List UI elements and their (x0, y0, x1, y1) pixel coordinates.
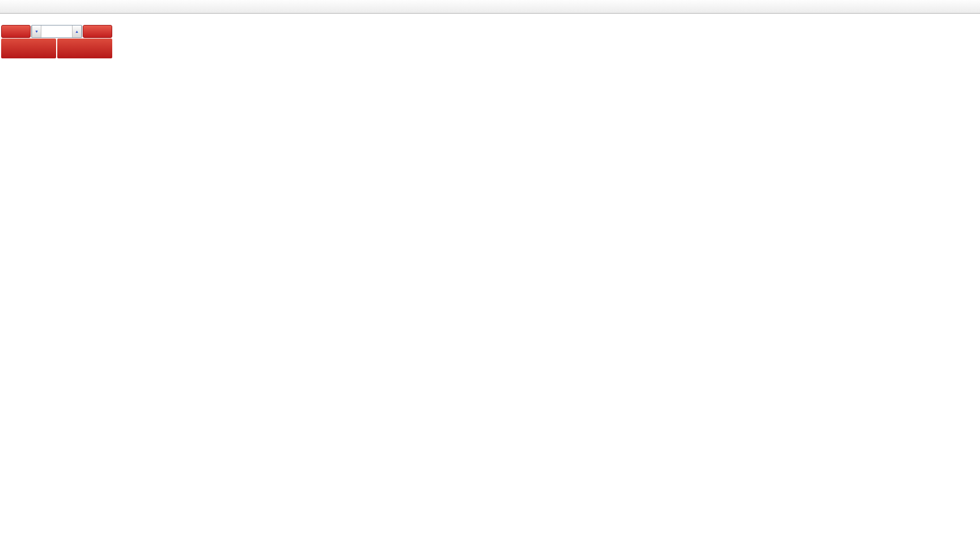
volume-increase-button[interactable]: ▲ (72, 26, 82, 37)
chart-canvas[interactable] (0, 0, 980, 535)
sell-price[interactable] (1, 39, 56, 58)
one-click-trading-panel: ▼ ▲ (1, 25, 112, 58)
buy-button[interactable] (83, 25, 112, 38)
mt4-window: ▼ ▲ (0, 0, 980, 535)
chart-title (3, 15, 9, 22)
sell-button[interactable] (1, 25, 31, 38)
main-toolbar (0, 0, 980, 14)
buy-price[interactable] (57, 39, 112, 58)
volume-decrease-button[interactable]: ▼ (32, 26, 41, 37)
volume-control: ▼ ▲ (31, 25, 82, 38)
volume-input[interactable] (41, 26, 72, 37)
